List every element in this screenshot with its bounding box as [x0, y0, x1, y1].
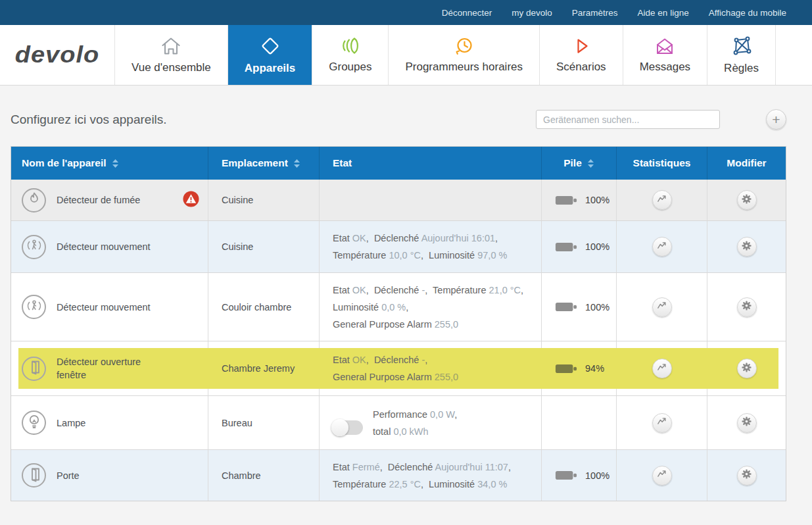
topbar-link[interactable]: my devolo: [512, 8, 552, 18]
groups-icon: [340, 36, 361, 56]
table-row: Détecteur mouvementCouloir chambreEtat O…: [11, 272, 786, 341]
device-location: Bureau: [222, 418, 252, 428]
network-icon: [730, 35, 753, 57]
state-segment: Performance: [373, 409, 430, 420]
battery-percentage: 100%: [585, 195, 609, 205]
state-segment: ,: [495, 233, 498, 243]
page-intro: Configurez ici vos appareils.: [11, 113, 167, 127]
state-segment: 0,0 W: [430, 409, 454, 420]
device-name-cell: Détecteur mouvement: [11, 273, 208, 341]
battery-percentage: 94%: [585, 363, 604, 374]
state-line: Etat OK, Déclenché Aujourd'hui 16:01,: [333, 230, 507, 247]
state-lines: Etat OK, Déclenché Aujourd'hui 16:01,Tem…: [333, 230, 507, 264]
state-segment: ,: [421, 250, 429, 261]
statistics-button[interactable]: [652, 413, 672, 433]
modify-button[interactable]: [737, 190, 757, 210]
modify-cell: [707, 273, 786, 341]
modify-button[interactable]: [737, 297, 757, 317]
state-segment: Déclenché: [374, 355, 422, 365]
table-row: PorteChambreEtat Fermé, Déclenché Aujour…: [11, 449, 786, 501]
statistics-cell: [617, 180, 707, 220]
device-name: Détecteur mouvement: [57, 301, 151, 314]
topbar-link[interactable]: Affichage du mobile: [709, 8, 786, 18]
state-segment: General Purpose Alarm: [333, 372, 435, 382]
tab-label: Messages: [640, 61, 690, 74]
state-lines: Performance 0,0 W,total 0,0 kWh: [373, 406, 457, 440]
statistics-button[interactable]: [652, 297, 672, 317]
state-segment: ,: [421, 479, 429, 489]
column-header[interactable]: Pile: [542, 147, 617, 180]
gear-icon: [741, 468, 752, 482]
column-header[interactable]: Emplacement: [208, 147, 320, 180]
state-segment: Déclenché: [388, 462, 435, 472]
topbar-link[interactable]: Aide en ligne: [638, 8, 689, 18]
device-name-cell: Détecteur de fumée: [11, 180, 208, 220]
statistics-button[interactable]: [652, 190, 672, 210]
nav-tabs: Vue d'ensembleAppareilsGroupesProgrammeu…: [115, 25, 776, 85]
battery-icon: [555, 362, 577, 375]
power-toggle[interactable]: [333, 420, 363, 435]
brand-text: devolo: [15, 42, 99, 68]
play-icon: [571, 36, 591, 56]
tab-label: Groupes: [329, 61, 371, 74]
device-state-cell: Etat OK, Déclenché -, Température 21,0 °…: [320, 273, 542, 341]
gear-icon: [741, 300, 752, 314]
column-header-label: Emplacement: [222, 157, 288, 169]
tab-regles[interactable]: Règles: [707, 25, 776, 85]
tab-groupes[interactable]: Groupes: [312, 25, 389, 85]
tab-messages[interactable]: Messages: [623, 25, 707, 85]
state-segment: General Purpose Alarm: [333, 319, 435, 330]
home-icon: [160, 36, 182, 57]
statistics-button[interactable]: [652, 237, 672, 257]
tab-label: Programmeurs horaires: [405, 61, 523, 74]
tab-appareils[interactable]: Appareils: [228, 25, 312, 85]
statistics-button[interactable]: [652, 359, 672, 378]
state-segment: ,: [425, 285, 433, 295]
column-header: Etat: [320, 147, 542, 180]
tab-label: Vue d'ensemble: [131, 61, 211, 74]
state-segment: ,: [380, 462, 388, 472]
modify-button[interactable]: [737, 359, 757, 378]
modify-button[interactable]: [737, 466, 757, 486]
topbar-link[interactable]: Déconnecter: [442, 8, 492, 18]
battery-cell: [542, 396, 617, 449]
state-line: Luminosité 0,0 %,: [333, 299, 523, 316]
bulb-device-icon: [22, 411, 46, 435]
state-segment: Luminosité: [333, 302, 381, 312]
door-icon: [26, 359, 42, 378]
column-header[interactable]: Nom de l'appareil: [11, 147, 208, 180]
battery-icon: [555, 241, 577, 253]
search-input[interactable]: [536, 110, 720, 129]
state-line: Etat OK, Déclenché -,: [333, 351, 458, 368]
table-header: Nom de l'appareilEmplacementEtatPileStat…: [11, 147, 786, 180]
state-segment: Déclenché: [374, 233, 421, 243]
column-header: Modifier: [707, 147, 786, 180]
sort-icon: [293, 159, 300, 168]
table-row: Détecteur mouvementCuisineEtat OK, Décle…: [11, 220, 786, 272]
device-location-cell: Cuisine: [208, 221, 320, 272]
column-header-label: Etat: [333, 157, 352, 169]
stats-icon: [656, 416, 667, 430]
tab-programmeurs[interactable]: Programmeurs horaires: [389, 25, 540, 85]
tab-overview[interactable]: Vue d'ensemble: [115, 25, 228, 85]
modify-button[interactable]: [737, 237, 757, 257]
diamond-icon: [259, 35, 281, 57]
device-location: Cuisine: [222, 241, 253, 252]
device-location-cell: Chambre: [208, 450, 320, 501]
device-name: Porte: [57, 469, 80, 482]
device-name-cell: Détecteur mouvement: [11, 221, 208, 272]
tab-scenarios[interactable]: Scénarios: [540, 25, 623, 85]
main-nav: devolo Vue d'ensembleAppareilsGroupesPro…: [0, 25, 812, 86]
battery-cell: 100%: [542, 180, 617, 220]
stats-icon: [656, 300, 667, 314]
add-device-button[interactable]: +: [766, 109, 786, 130]
motion-device-icon: [22, 295, 46, 319]
table-row: Détecteur de fuméeCuisine100%: [11, 180, 786, 220]
state-segment: OK: [352, 285, 366, 295]
alert-badge[interactable]: [183, 191, 199, 210]
modify-button[interactable]: [737, 413, 757, 433]
state-segment: Etat: [333, 462, 352, 472]
state-segment: Etat: [333, 233, 352, 243]
statistics-button[interactable]: [652, 466, 672, 486]
topbar-link[interactable]: Paramètres: [572, 8, 618, 18]
